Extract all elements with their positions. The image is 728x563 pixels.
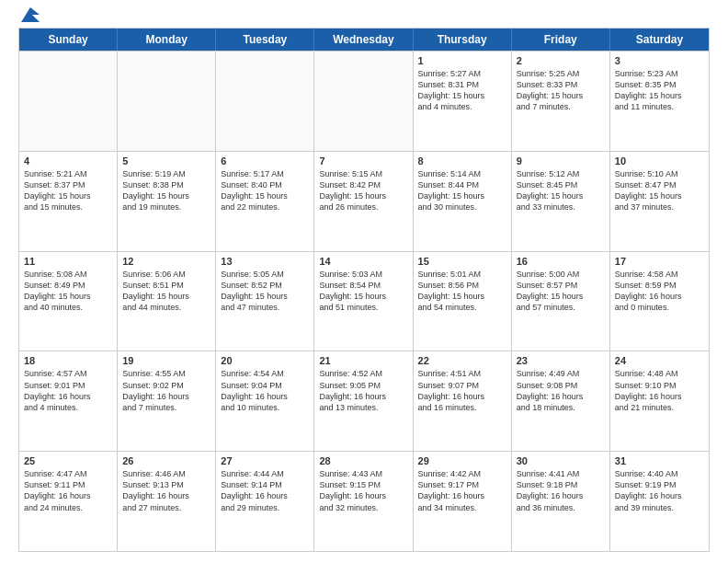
cell-info: Sunrise: 5:27 AM Sunset: 8:31 PM Dayligh… <box>418 68 506 113</box>
calendar: SundayMondayTuesdayWednesdayThursdayFrid… <box>18 28 710 552</box>
cal-cell <box>216 52 314 151</box>
cell-info: Sunrise: 4:40 AM Sunset: 9:19 PM Dayligh… <box>615 468 704 513</box>
cal-cell: 8Sunrise: 5:14 AM Sunset: 8:44 PM Daylig… <box>414 152 512 251</box>
cell-info: Sunrise: 4:54 AM Sunset: 9:04 PM Dayligh… <box>221 368 309 413</box>
day-number: 25 <box>24 455 112 466</box>
day-number: 28 <box>319 455 407 466</box>
day-number: 12 <box>122 256 210 267</box>
logo-text <box>18 15 40 20</box>
cell-info: Sunrise: 4:41 AM Sunset: 9:18 PM Dayligh… <box>517 468 605 513</box>
cell-info: Sunrise: 4:51 AM Sunset: 9:07 PM Dayligh… <box>418 368 506 413</box>
logo <box>18 15 40 20</box>
header-cell-tuesday: Tuesday <box>216 29 314 51</box>
day-number: 6 <box>221 155 309 167</box>
cal-cell: 30Sunrise: 4:41 AM Sunset: 9:18 PM Dayli… <box>512 452 610 551</box>
day-number: 9 <box>517 155 605 167</box>
day-number: 27 <box>221 455 309 466</box>
cell-info: Sunrise: 4:48 AM Sunset: 9:10 PM Dayligh… <box>615 368 704 413</box>
cal-row-3: 18Sunrise: 4:57 AM Sunset: 9:01 PM Dayli… <box>19 350 709 451</box>
header-cell-thursday: Thursday <box>414 29 512 51</box>
cell-info: Sunrise: 5:03 AM Sunset: 8:54 PM Dayligh… <box>319 269 407 314</box>
cal-cell: 21Sunrise: 4:52 AM Sunset: 9:05 PM Dayli… <box>314 351 413 451</box>
day-number: 15 <box>418 256 506 267</box>
day-number: 3 <box>615 55 704 66</box>
header <box>18 15 710 20</box>
cal-cell <box>19 52 118 151</box>
cal-cell: 27Sunrise: 4:44 AM Sunset: 9:14 PM Dayli… <box>216 452 314 551</box>
cal-cell: 22Sunrise: 4:51 AM Sunset: 9:07 PM Dayli… <box>414 351 512 451</box>
cal-cell: 15Sunrise: 5:01 AM Sunset: 8:56 PM Dayli… <box>414 252 512 351</box>
cal-cell: 6Sunrise: 5:17 AM Sunset: 8:40 PM Daylig… <box>216 152 314 251</box>
cal-cell <box>118 52 216 151</box>
cal-row-4: 25Sunrise: 4:47 AM Sunset: 9:11 PM Dayli… <box>19 451 709 551</box>
cal-cell: 2Sunrise: 5:25 AM Sunset: 8:33 PM Daylig… <box>512 52 610 151</box>
cal-row-2: 11Sunrise: 5:08 AM Sunset: 8:49 PM Dayli… <box>19 251 709 351</box>
day-number: 2 <box>517 55 605 66</box>
day-number: 19 <box>122 355 210 366</box>
day-number: 16 <box>517 256 605 267</box>
cell-info: Sunrise: 4:46 AM Sunset: 9:13 PM Dayligh… <box>122 468 210 513</box>
cal-cell: 19Sunrise: 4:55 AM Sunset: 9:02 PM Dayli… <box>118 351 216 451</box>
cell-info: Sunrise: 4:47 AM Sunset: 9:11 PM Dayligh… <box>24 468 112 513</box>
cell-info: Sunrise: 5:06 AM Sunset: 8:51 PM Dayligh… <box>122 269 210 314</box>
calendar-body: 1Sunrise: 5:27 AM Sunset: 8:31 PM Daylig… <box>19 51 709 551</box>
cell-info: Sunrise: 5:00 AM Sunset: 8:57 PM Dayligh… <box>517 269 605 314</box>
cal-cell: 10Sunrise: 5:10 AM Sunset: 8:47 PM Dayli… <box>610 152 709 251</box>
day-number: 30 <box>517 455 605 466</box>
cell-info: Sunrise: 4:43 AM Sunset: 9:15 PM Dayligh… <box>319 468 407 513</box>
day-number: 5 <box>122 155 210 167</box>
day-number: 24 <box>615 355 704 366</box>
cal-cell: 29Sunrise: 4:42 AM Sunset: 9:17 PM Dayli… <box>414 452 512 551</box>
day-number: 14 <box>319 256 407 267</box>
day-number: 20 <box>221 355 309 366</box>
cal-cell: 25Sunrise: 4:47 AM Sunset: 9:11 PM Dayli… <box>19 452 118 551</box>
day-number: 13 <box>221 256 309 267</box>
cell-info: Sunrise: 5:08 AM Sunset: 8:49 PM Dayligh… <box>24 269 112 314</box>
cell-info: Sunrise: 4:52 AM Sunset: 9:05 PM Dayligh… <box>319 368 407 413</box>
cell-info: Sunrise: 4:44 AM Sunset: 9:14 PM Dayligh… <box>221 468 309 513</box>
day-number: 8 <box>418 155 506 167</box>
page: SundayMondayTuesdayWednesdayThursdayFrid… <box>0 0 728 563</box>
day-number: 31 <box>615 455 704 466</box>
cal-row-0: 1Sunrise: 5:27 AM Sunset: 8:31 PM Daylig… <box>19 51 709 151</box>
header-cell-saturday: Saturday <box>610 29 709 51</box>
cal-cell: 11Sunrise: 5:08 AM Sunset: 8:49 PM Dayli… <box>19 252 118 351</box>
header-cell-monday: Monday <box>118 29 216 51</box>
day-number: 1 <box>418 55 506 66</box>
cell-info: Sunrise: 5:15 AM Sunset: 8:42 PM Dayligh… <box>319 168 407 213</box>
cal-cell: 26Sunrise: 4:46 AM Sunset: 9:13 PM Dayli… <box>118 452 216 551</box>
cal-cell: 13Sunrise: 5:05 AM Sunset: 8:52 PM Dayli… <box>216 252 314 351</box>
cal-cell <box>314 52 413 151</box>
day-number: 7 <box>319 155 407 167</box>
day-number: 17 <box>615 256 704 267</box>
cell-info: Sunrise: 4:58 AM Sunset: 8:59 PM Dayligh… <box>615 269 704 314</box>
day-number: 23 <box>517 355 605 366</box>
cell-info: Sunrise: 5:23 AM Sunset: 8:35 PM Dayligh… <box>615 68 704 113</box>
cal-cell: 3Sunrise: 5:23 AM Sunset: 8:35 PM Daylig… <box>610 52 709 151</box>
day-number: 21 <box>319 355 407 366</box>
day-number: 26 <box>122 455 210 466</box>
logo-icon <box>21 7 40 22</box>
cell-info: Sunrise: 4:55 AM Sunset: 9:02 PM Dayligh… <box>122 368 210 413</box>
cal-cell: 31Sunrise: 4:40 AM Sunset: 9:19 PM Dayli… <box>610 452 709 551</box>
day-number: 4 <box>24 155 112 167</box>
cell-info: Sunrise: 5:17 AM Sunset: 8:40 PM Dayligh… <box>221 168 309 213</box>
cal-cell: 9Sunrise: 5:12 AM Sunset: 8:45 PM Daylig… <box>512 152 610 251</box>
cal-cell: 12Sunrise: 5:06 AM Sunset: 8:51 PM Dayli… <box>118 252 216 351</box>
cal-cell: 20Sunrise: 4:54 AM Sunset: 9:04 PM Dayli… <box>216 351 314 451</box>
calendar-header: SundayMondayTuesdayWednesdayThursdayFrid… <box>19 29 709 51</box>
cell-info: Sunrise: 4:57 AM Sunset: 9:01 PM Dayligh… <box>24 368 112 413</box>
cal-cell: 4Sunrise: 5:21 AM Sunset: 8:37 PM Daylig… <box>19 152 118 251</box>
header-cell-friday: Friday <box>512 29 610 51</box>
cal-cell: 18Sunrise: 4:57 AM Sunset: 9:01 PM Dayli… <box>19 351 118 451</box>
cell-info: Sunrise: 5:05 AM Sunset: 8:52 PM Dayligh… <box>221 269 309 314</box>
day-number: 29 <box>418 455 506 466</box>
svg-marker-0 <box>21 7 40 22</box>
cal-cell: 5Sunrise: 5:19 AM Sunset: 8:38 PM Daylig… <box>118 152 216 251</box>
cal-cell: 7Sunrise: 5:15 AM Sunset: 8:42 PM Daylig… <box>314 152 413 251</box>
header-cell-sunday: Sunday <box>19 29 118 51</box>
cell-info: Sunrise: 4:49 AM Sunset: 9:08 PM Dayligh… <box>517 368 605 413</box>
cal-cell: 17Sunrise: 4:58 AM Sunset: 8:59 PM Dayli… <box>610 252 709 351</box>
cell-info: Sunrise: 5:25 AM Sunset: 8:33 PM Dayligh… <box>517 68 605 113</box>
header-cell-wednesday: Wednesday <box>314 29 413 51</box>
